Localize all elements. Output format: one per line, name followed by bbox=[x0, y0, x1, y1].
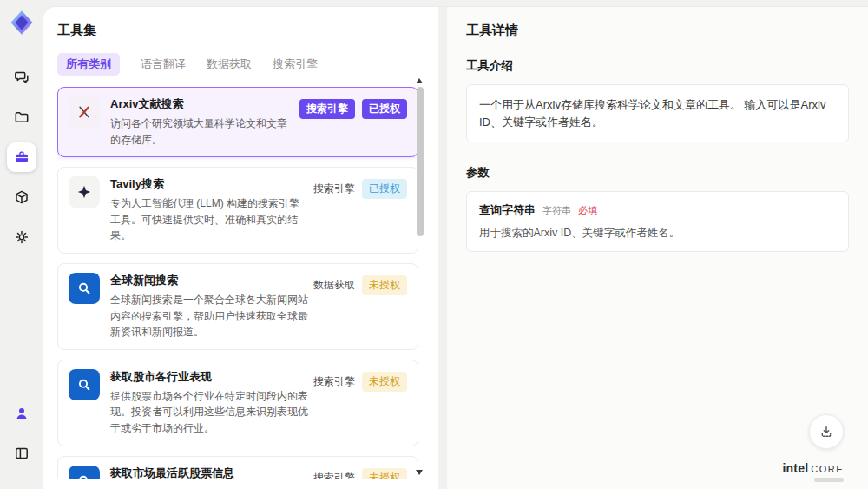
tool-card[interactable]: 全球新闻搜索全球新闻搜索是一个聚合全球各大新闻网站内容的搜索引擎，帮助用户快速获… bbox=[57, 263, 418, 350]
tool-auth-badge: 已授权 bbox=[362, 99, 407, 119]
sidebar-item-chat[interactable] bbox=[7, 63, 36, 92]
news-blue-icon bbox=[69, 369, 100, 400]
main-content: 工具集 所有类别语言翻译数据获取搜索引擎 Arxiv文献搜索访问各个研究领域大量… bbox=[43, 7, 868, 489]
scroll-down-arrow[interactable] bbox=[416, 470, 423, 475]
folder-icon bbox=[13, 109, 30, 126]
tool-description: 专为人工智能代理 (LLM) 构建的搜索引擎工具。可快速提供实时、准确和真实的结… bbox=[110, 195, 308, 244]
tool-description: 全球新闻搜索是一个聚合全球各大新闻网站内容的搜索引擎，帮助用户快速获取全球最新资… bbox=[110, 292, 308, 340]
category-tabs: 所有类别语言翻译数据获取搜索引擎 bbox=[57, 53, 438, 76]
panel-divider bbox=[438, 7, 447, 489]
tool-card[interactable]: Arxiv文献搜索访问各个研究领域大量科学论文和文章的存储库。搜索引擎已授权 bbox=[57, 87, 418, 157]
tool-category-tag: 搜索引擎 bbox=[313, 179, 355, 199]
parameter-description: 用于搜索的Arxiv ID、关键字或作者姓名。 bbox=[479, 226, 836, 241]
tab-1[interactable]: 语言翻译 bbox=[141, 53, 186, 76]
app-logo-icon bbox=[8, 9, 36, 36]
sidebar-item-user[interactable] bbox=[7, 399, 36, 428]
tool-tags: 搜索引擎已授权 bbox=[299, 99, 407, 119]
tool-text: 全球新闻搜索全球新闻搜索是一个聚合全球各大新闻网站内容的搜索引擎，帮助用户快速获… bbox=[110, 273, 313, 340]
news-blue-icon bbox=[69, 466, 100, 479]
sidebar-item-toolbox[interactable] bbox=[7, 142, 36, 172]
tool-tags: 搜索引擎未授权 bbox=[313, 468, 407, 479]
detail-title: 工具详情 bbox=[466, 23, 849, 39]
parameter-required-badge: 必填 bbox=[578, 204, 597, 217]
parameter-type: 字符串 bbox=[542, 204, 571, 217]
tool-category-tag: 数据获取 bbox=[313, 275, 355, 295]
tool-category-tag: 搜索引擎 bbox=[299, 99, 355, 119]
tool-text: 获取市场最活跃股票信息提供当天交易量最高的股票列表。投资者可以利用这些信息来识别… bbox=[110, 466, 313, 479]
tool-detail-panel: 工具详情 工具介绍 一个用于从Arxiv存储库搜索科学论文和文章的工具。 输入可… bbox=[447, 7, 868, 489]
tool-text: 获取股市各行业表现提供股票市场各个行业在特定时间段内的表现。投资者可以利用这些信… bbox=[110, 369, 313, 437]
tab-3[interactable]: 搜索引擎 bbox=[273, 53, 318, 76]
tool-category-tag: 搜索引擎 bbox=[313, 372, 355, 392]
tool-auth-badge: 未授权 bbox=[362, 372, 407, 392]
sidebar-rail bbox=[0, 0, 43, 489]
arxiv-icon bbox=[69, 96, 100, 128]
gear-icon bbox=[13, 228, 30, 246]
tool-description: 访问各个研究领域大量科学论文和文章的存储库。 bbox=[110, 116, 294, 148]
download-icon bbox=[819, 424, 834, 439]
chat-icon bbox=[13, 69, 30, 86]
tool-name: Arxiv文献搜索 bbox=[110, 96, 294, 112]
tool-category-tag: 搜索引擎 bbox=[313, 468, 355, 479]
tool-name: 获取股市各行业表现 bbox=[110, 369, 308, 385]
parameter-name: 查询字符串 bbox=[479, 202, 536, 218]
user-icon bbox=[13, 405, 30, 422]
tool-list: Arxiv文献搜索访问各个研究领域大量科学论文和文章的存储库。搜索引擎已授权Ta… bbox=[57, 87, 420, 479]
tool-card[interactable]: 获取市场最活跃股票信息提供当天交易量最高的股票列表。投资者可以利用这些信息来识别… bbox=[57, 456, 418, 479]
sidebar-item-files[interactable] bbox=[7, 102, 36, 132]
tool-auth-badge: 未授权 bbox=[362, 468, 407, 479]
brand-subtext-decoration bbox=[814, 478, 844, 482]
parameter-card: 查询字符串 字符串 必填 用于搜索的Arxiv ID、关键字或作者姓名。 bbox=[466, 191, 849, 252]
tool-tags: 数据获取未授权 bbox=[313, 275, 407, 295]
intro-heading: 工具介绍 bbox=[466, 58, 849, 74]
tool-card[interactable]: 获取股市各行业表现提供股票市场各个行业在特定时间段内的表现。投资者可以利用这些信… bbox=[57, 360, 418, 446]
intel-core-logo: intel CORE bbox=[782, 461, 844, 475]
tool-text: Arxiv文献搜索访问各个研究领域大量科学论文和文章的存储库。 bbox=[110, 96, 299, 148]
sidebar-item-collapse[interactable] bbox=[7, 439, 36, 468]
cube-icon bbox=[13, 188, 30, 206]
tool-description: 提供股票市场各个行业在特定时间段内的表现。投资者可以利用这些信息来识别表现优于或… bbox=[110, 388, 308, 437]
sidebar-item-settings[interactable] bbox=[7, 222, 36, 252]
tool-tags: 搜索引擎未授权 bbox=[313, 372, 407, 392]
tool-auth-badge: 未授权 bbox=[362, 275, 407, 295]
tool-name: 获取市场最活跃股票信息 bbox=[110, 466, 308, 479]
tab-2[interactable]: 数据获取 bbox=[207, 53, 252, 76]
collapse-panel-icon bbox=[13, 445, 30, 462]
tool-tags: 搜索引擎已授权 bbox=[313, 179, 407, 199]
params-heading: 参数 bbox=[466, 165, 849, 181]
scrollbar-thumb[interactable] bbox=[417, 87, 424, 236]
tool-text: Tavily搜索专为人工智能代理 (LLM) 构建的搜索引擎工具。可快速提供实时… bbox=[110, 176, 313, 244]
tool-name: Tavily搜索 bbox=[110, 176, 308, 192]
tab-all-categories[interactable]: 所有类别 bbox=[57, 53, 120, 76]
tool-intro-text: 一个用于从Arxiv存储库搜索科学论文和文章的工具。 输入可以是Arxiv ID… bbox=[466, 84, 849, 142]
sidebar-item-packages[interactable] bbox=[7, 182, 36, 212]
tool-name: 全球新闻搜索 bbox=[110, 273, 308, 288]
briefcase-icon bbox=[13, 149, 30, 166]
brand-core-text: CORE bbox=[811, 464, 844, 475]
brand-intel-text: intel bbox=[782, 461, 808, 475]
tool-auth-badge: 已授权 bbox=[362, 179, 407, 199]
scroll-up-arrow[interactable] bbox=[416, 78, 423, 83]
tools-list-panel: 工具集 所有类别语言翻译数据获取搜索引擎 Arxiv文献搜索访问各个研究领域大量… bbox=[43, 7, 438, 489]
page-title: 工具集 bbox=[57, 23, 438, 39]
news-blue-icon bbox=[69, 273, 100, 304]
tool-card[interactable]: Tavily搜索专为人工智能代理 (LLM) 构建的搜索引擎工具。可快速提供实时… bbox=[57, 167, 418, 254]
download-button[interactable] bbox=[809, 414, 844, 449]
tavily-icon bbox=[69, 176, 100, 208]
